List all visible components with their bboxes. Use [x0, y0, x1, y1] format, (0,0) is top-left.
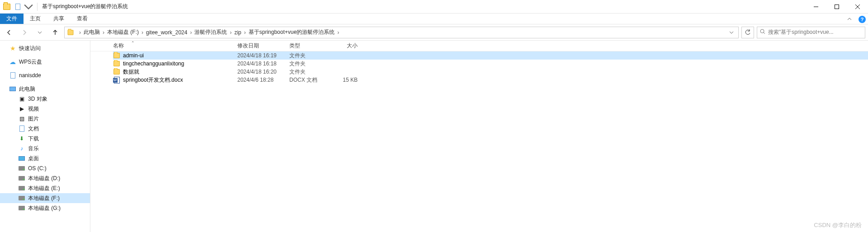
- minimize-button[interactable]: [806, 0, 826, 14]
- table-row[interactable]: springboot开发文档.docx2024/4/6 18:28DOCX 文档…: [113, 76, 868, 84]
- back-button[interactable]: [3, 26, 15, 39]
- cell-name: springboot开发文档.docx: [113, 76, 237, 84]
- address-dropdown-icon[interactable]: [726, 30, 736, 35]
- cell-name: tingchechangguanlixitong: [113, 60, 237, 67]
- cube-icon: ▣: [18, 95, 25, 102]
- sidebar-wps-cloud[interactable]: ☁WPS云盘: [0, 57, 90, 67]
- svg-point-4: [760, 29, 764, 33]
- breadcrumb-zip[interactable]: zip: [234, 29, 241, 36]
- search-placeholder: 搜索"基于springboot+vue...: [768, 28, 834, 36]
- column-headers: 名称⌃ 修改日期 类型 大小: [90, 41, 868, 51]
- table-row[interactable]: tingchechangguanlixitong2024/4/18 16:18文…: [113, 60, 868, 68]
- svg-rect-1: [835, 5, 839, 9]
- breadcrumb-current[interactable]: 基于springboot+vue的游艇停泊系统: [249, 28, 335, 36]
- search-input[interactable]: 搜索"基于springboot+vue...: [757, 27, 865, 38]
- picture-icon: ▧: [18, 115, 25, 122]
- chevron-right-icon[interactable]: ›: [100, 29, 107, 36]
- column-name[interactable]: 名称⌃: [113, 42, 237, 50]
- tab-share[interactable]: 共享: [47, 14, 71, 24]
- sidebar-this-pc[interactable]: 此电脑: [0, 84, 90, 94]
- cell-type: DOCX 文档: [289, 76, 332, 84]
- chevron-right-icon[interactable]: ›: [139, 29, 146, 36]
- chevron-right-icon[interactable]: ›: [187, 29, 194, 36]
- drive-icon: [18, 204, 25, 212]
- cell-date: 2024/4/6 18:28: [237, 77, 289, 83]
- column-date[interactable]: 修改日期: [237, 42, 289, 50]
- drive-icon: [18, 165, 25, 172]
- sidebar-os-c[interactable]: OS (C:): [0, 163, 90, 173]
- sidebar-disk-e[interactable]: 本地磁盘 (E:): [0, 183, 90, 193]
- help-icon[interactable]: ?: [856, 14, 868, 25]
- recent-dropdown-icon[interactable]: [33, 26, 46, 39]
- separator: [37, 3, 38, 11]
- address-bar[interactable]: › 此电脑 › 本地磁盘 (F:) › gitee_work_2024 › 游艇…: [64, 27, 739, 38]
- folder-icon: [113, 60, 120, 67]
- tab-file[interactable]: 文件: [0, 14, 24, 24]
- breadcrumb-yacht[interactable]: 游艇停泊系统: [194, 28, 227, 36]
- maximize-button[interactable]: [826, 0, 847, 14]
- sidebar-quick-access[interactable]: ★快速访问: [0, 43, 90, 53]
- watermark-text: CSDN @李白的粉: [814, 221, 862, 229]
- download-icon: ⬇: [18, 135, 25, 142]
- cloud-icon: ☁: [9, 58, 16, 65]
- cell-date: 2024/4/18 16:18: [237, 60, 289, 67]
- search-icon: [760, 29, 765, 36]
- table-row[interactable]: 数据就2024/4/18 16:20文件夹: [113, 68, 868, 76]
- cell-type: 文件夹: [289, 60, 332, 68]
- document-icon: [18, 125, 25, 132]
- cell-date: 2024/4/18 16:19: [237, 52, 289, 59]
- sidebar-disk-f[interactable]: 本地磁盘 (F:): [0, 193, 90, 203]
- sidebar-videos[interactable]: ▶视频: [0, 104, 90, 114]
- ribbon-collapse-icon[interactable]: [843, 14, 856, 24]
- chevron-right-icon[interactable]: ›: [335, 29, 342, 36]
- star-icon: ★: [9, 45, 16, 52]
- drive-icon: [18, 195, 25, 202]
- close-button[interactable]: [847, 0, 868, 14]
- qat-dropdown-icon[interactable]: [24, 2, 33, 12]
- navigation-pane: ★快速访问 ☁WPS云盘 nanisdde 此电脑 ▣3D 对象 ▶视频 ▧图片…: [0, 41, 90, 232]
- column-type[interactable]: 类型: [289, 42, 332, 50]
- breadcrumb-this-pc[interactable]: 此电脑: [84, 28, 100, 36]
- cell-type: 文件夹: [289, 68, 332, 76]
- navigation-bar: › 此电脑 › 本地磁盘 (F:) › gitee_work_2024 › 游艇…: [0, 24, 868, 41]
- chevron-right-icon[interactable]: ›: [227, 29, 234, 36]
- qat-doc-icon[interactable]: [13, 2, 23, 12]
- table-row[interactable]: admin-ui2024/4/18 16:19文件夹: [113, 51, 868, 60]
- sidebar-nanisdde[interactable]: nanisdde: [0, 70, 90, 80]
- sidebar-desktop[interactable]: 桌面: [0, 153, 90, 163]
- sidebar-3d-objects[interactable]: ▣3D 对象: [0, 94, 90, 104]
- cell-type: 文件夹: [289, 52, 332, 60]
- window-title: 基于springboot+vue的游艇停泊系统: [39, 3, 128, 10]
- sidebar-downloads[interactable]: ⬇下载: [0, 134, 90, 144]
- sidebar-pictures[interactable]: ▧图片: [0, 114, 90, 124]
- refresh-button[interactable]: [741, 27, 754, 38]
- breadcrumb-disk-f[interactable]: 本地磁盘 (F:): [107, 28, 139, 36]
- title-bar: 基于springboot+vue的游艇停泊系统: [0, 0, 868, 14]
- drive-icon: [18, 175, 25, 182]
- forward-button[interactable]: [18, 26, 31, 39]
- sidebar-documents[interactable]: 文档: [0, 124, 90, 134]
- video-icon: ▶: [18, 105, 25, 112]
- up-button[interactable]: [49, 26, 61, 39]
- breadcrumb-gitee[interactable]: gitee_work_2024: [146, 29, 187, 36]
- folder-icon: [2, 2, 12, 12]
- folder-icon: [113, 52, 120, 59]
- cell-name: 数据就: [113, 68, 237, 76]
- column-size[interactable]: 大小: [332, 42, 360, 50]
- monitor-icon: [9, 85, 16, 93]
- drive-icon: [18, 185, 25, 192]
- sidebar-disk-g[interactable]: 本地磁盘 (G:): [0, 203, 90, 213]
- chevron-right-icon[interactable]: ›: [76, 29, 84, 36]
- tab-view[interactable]: 查看: [71, 14, 94, 24]
- svg-line-5: [764, 32, 765, 34]
- tab-home[interactable]: 主页: [24, 14, 47, 24]
- music-icon: ♪: [18, 145, 25, 152]
- sidebar-disk-d[interactable]: 本地磁盘 (D:): [0, 173, 90, 183]
- sort-indicator-icon: ⌃: [131, 41, 135, 45]
- file-icon: [9, 72, 16, 79]
- chevron-right-icon[interactable]: ›: [241, 29, 249, 36]
- file-list: admin-ui2024/4/18 16:19文件夹tingchechanggu…: [90, 51, 868, 84]
- sidebar-music[interactable]: ♪音乐: [0, 144, 90, 153]
- cell-size: 15 KB: [332, 77, 360, 83]
- docx-icon: [113, 76, 120, 84]
